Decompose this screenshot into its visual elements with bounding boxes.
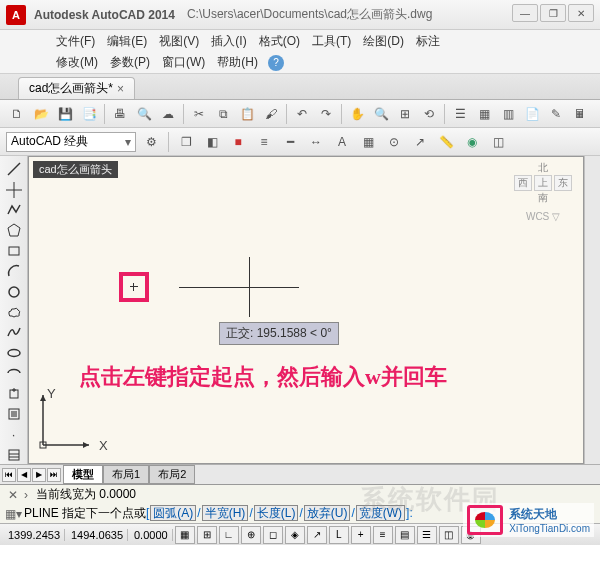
table-style-icon[interactable]: ▦ (357, 131, 379, 153)
aux-restore-button[interactable]: ❐ (540, 4, 566, 22)
workspace-dropdown[interactable]: AutoCAD 经典 (6, 132, 136, 152)
linetype-icon[interactable]: ≡ (253, 131, 275, 153)
publish-icon[interactable]: ☁ (157, 103, 179, 125)
text-style-icon[interactable]: A (331, 131, 353, 153)
lineweight-icon[interactable]: ━ (279, 131, 301, 153)
document-tab-close-icon[interactable]: × (117, 82, 124, 96)
sheet-first-icon[interactable]: ⏮ (2, 468, 16, 482)
menu-insert[interactable]: 插入(I) (205, 33, 252, 50)
status-ortho-icon[interactable]: ∟ (219, 526, 239, 544)
tab-model[interactable]: 模型 (63, 465, 103, 484)
status-snap-icon[interactable]: ▦ (175, 526, 195, 544)
revision-cloud-icon[interactable] (3, 303, 25, 321)
help-icon[interactable]: ? (268, 55, 284, 71)
make-block-icon[interactable] (3, 405, 25, 423)
menu-file[interactable]: 文件(F) (50, 33, 101, 50)
zoom-prev-icon[interactable]: ⟲ (418, 103, 440, 125)
menu-edit[interactable]: 编辑(E) (101, 33, 153, 50)
sheet-set-icon[interactable]: 📄 (521, 103, 543, 125)
viewcube[interactable]: 北 西 上 东 南 WCS ▽ (511, 161, 575, 222)
menu-help[interactable]: 帮助(H) (211, 54, 264, 71)
status-osnap-icon[interactable]: ◻ (263, 526, 283, 544)
menu-draw[interactable]: 绘图(D) (357, 33, 410, 50)
opt-halfwidth[interactable]: 半宽(H) (202, 505, 249, 521)
status-otrack-icon[interactable]: ↗ (307, 526, 327, 544)
aux-close-button[interactable]: ✕ (568, 4, 594, 22)
redo-icon[interactable]: ↷ (315, 103, 337, 125)
tab-layout2[interactable]: 布局2 (149, 465, 195, 484)
undo-icon[interactable]: ↶ (291, 103, 313, 125)
menu-format[interactable]: 格式(O) (253, 33, 306, 50)
line-icon[interactable] (3, 160, 25, 178)
status-tpy-icon[interactable]: ▤ (395, 526, 415, 544)
spline-icon[interactable] (3, 323, 25, 341)
preview-icon[interactable]: 🔍 (133, 103, 155, 125)
ellipse-icon[interactable] (3, 344, 25, 362)
layer-color-icon[interactable]: ■ (227, 131, 249, 153)
wcs-label[interactable]: WCS ▽ (511, 211, 575, 222)
plot-icon[interactable]: 🖶 (109, 103, 131, 125)
render-icon[interactable]: ◉ (461, 131, 483, 153)
calc-icon[interactable]: 🖩 (569, 103, 591, 125)
menu-modify[interactable]: 修改(M) (50, 54, 104, 71)
menu-annotate[interactable]: 标注 (410, 33, 446, 50)
dim-style-icon[interactable]: ↔ (305, 131, 327, 153)
menu-view[interactable]: 视图(V) (153, 33, 205, 50)
command-history-icon[interactable]: › (24, 488, 36, 502)
layer-icon[interactable]: ❐ (175, 131, 197, 153)
copy-icon[interactable]: ⧉ (212, 103, 234, 125)
status-ducs-icon[interactable]: L (329, 526, 349, 544)
units-icon[interactable]: 📏 (435, 131, 457, 153)
status-3dosnap-icon[interactable]: ◈ (285, 526, 305, 544)
design-center-icon[interactable]: ▦ (473, 103, 495, 125)
construction-line-icon[interactable] (3, 180, 25, 198)
viewcube-east[interactable]: 东 (554, 175, 572, 191)
pan-icon[interactable]: ✋ (346, 103, 368, 125)
menu-tools[interactable]: 工具(T) (306, 33, 357, 50)
insert-block-icon[interactable] (3, 384, 25, 402)
menu-param[interactable]: 参数(P) (104, 54, 156, 71)
status-sc-icon[interactable]: ◫ (439, 526, 459, 544)
sheet-next-icon[interactable]: ▶ (32, 468, 46, 482)
rectangle-icon[interactable] (3, 242, 25, 260)
open-icon[interactable]: 📂 (30, 103, 52, 125)
status-qp-icon[interactable]: ☰ (417, 526, 437, 544)
cut-icon[interactable]: ✂ (188, 103, 210, 125)
zoom-icon[interactable]: 🔍 (370, 103, 392, 125)
aux-min-button[interactable]: — (512, 4, 538, 22)
ellipse-arc-icon[interactable] (3, 364, 25, 382)
opt-arc[interactable]: 圆弧(A) (150, 505, 196, 521)
tab-layout1[interactable]: 布局1 (103, 465, 149, 484)
viewcube-west[interactable]: 西 (514, 175, 532, 191)
arc-icon[interactable] (3, 262, 25, 280)
status-polar-icon[interactable]: ⊕ (241, 526, 261, 544)
polygon-icon[interactable] (3, 221, 25, 239)
layer-state-icon[interactable]: ◧ (201, 131, 223, 153)
properties-icon[interactable]: ☰ (449, 103, 471, 125)
sheet-prev-icon[interactable]: ◀ (17, 468, 31, 482)
zoom-window-icon[interactable]: ⊞ (394, 103, 416, 125)
status-dyn-icon[interactable]: + (351, 526, 371, 544)
saveas-icon[interactable]: 📑 (78, 103, 100, 125)
multileader-icon[interactable]: ↗ (409, 131, 431, 153)
markup-icon[interactable]: ✎ (545, 103, 567, 125)
sheet-last-icon[interactable]: ⏭ (47, 468, 61, 482)
viewcube-top[interactable]: 上 (534, 175, 552, 191)
tool-palette-icon[interactable]: ▥ (497, 103, 519, 125)
paste-icon[interactable]: 📋 (236, 103, 258, 125)
save-icon[interactable]: 💾 (54, 103, 76, 125)
match-icon[interactable]: 🖌 (260, 103, 282, 125)
opt-undo[interactable]: 放弃(U) (304, 505, 351, 521)
command-close-icon[interactable]: ✕ (4, 488, 22, 502)
misc-icon[interactable]: ◫ (487, 131, 509, 153)
status-grid-icon[interactable]: ⊞ (197, 526, 217, 544)
opt-length[interactable]: 长度(L) (254, 505, 299, 521)
document-tab[interactable]: cad怎么画箭头* × (18, 77, 135, 99)
point-style-icon[interactable]: ⊙ (383, 131, 405, 153)
circle-icon[interactable] (3, 282, 25, 300)
point-icon[interactable]: · (3, 425, 25, 443)
menu-window[interactable]: 窗口(W) (156, 54, 211, 71)
status-lwt-icon[interactable]: ≡ (373, 526, 393, 544)
vertical-scrollbar[interactable] (584, 156, 600, 464)
drawing-canvas[interactable]: cad怎么画箭头 北 西 上 东 南 WCS ▽ 正交: 195.1588 < … (28, 156, 584, 464)
